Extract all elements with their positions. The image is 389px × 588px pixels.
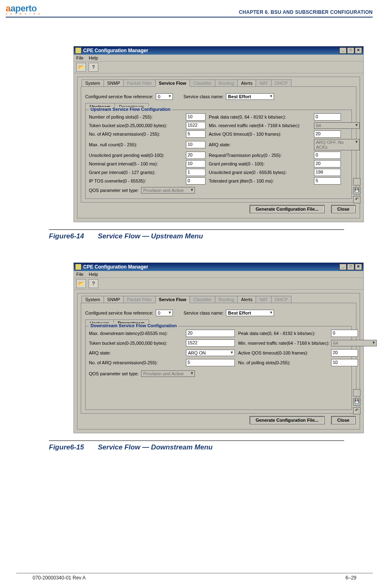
side-blank-icon[interactable] (353, 178, 360, 185)
undo-icon[interactable]: ↶ (353, 407, 360, 414)
save-icon[interactable]: 💾 (353, 398, 360, 405)
field-select[interactable]: ARQ ON (186, 350, 235, 356)
minimize-icon[interactable]: _ (339, 264, 347, 270)
tab-system[interactable]: System (82, 79, 104, 86)
main-tabs: SystemSNMPPacket FilterService FlowClass… (77, 77, 360, 86)
figure-caption-1: Figure6-14Service Flow — Upstream Menu (49, 232, 373, 240)
tab-dhcp: DHCP (271, 296, 291, 303)
tab-service-flow[interactable]: Service Flow (155, 79, 190, 87)
tab-snmp[interactable]: SNMP (104, 296, 124, 303)
field-select: ARQ OFF, No ACKs (314, 139, 360, 150)
cfg-ref-select[interactable]: 0 (156, 93, 173, 100)
field-label: Request/Trasmission policy(0 - 255): (209, 153, 311, 158)
menu-help[interactable]: Help (89, 272, 98, 277)
menu-help[interactable]: Help (89, 55, 98, 60)
maximize-icon[interactable]: □ (347, 47, 354, 54)
field-label: Token bucket size(0-25,000,000 bytes): (89, 123, 183, 128)
close-icon[interactable]: ✕ (355, 47, 362, 54)
field-input[interactable]: 0 (314, 152, 341, 159)
menu-file[interactable]: File (76, 55, 84, 60)
main-tabs: SystemSNMPPacket FilterService FlowClass… (77, 293, 360, 303)
field-input[interactable]: 10 (186, 160, 206, 167)
field-input[interactable]: 20 (314, 130, 341, 138)
maximize-icon[interactable]: □ (347, 264, 354, 270)
field-label: ARQ state: (89, 350, 183, 355)
app-icon (75, 47, 82, 54)
svc-class-select[interactable]: Best Effort (226, 310, 274, 316)
svc-class-select[interactable]: Best Effort (226, 93, 274, 100)
generate-button[interactable]: Generate Configuration File... (250, 416, 325, 424)
menubar: File Help (74, 55, 363, 62)
field-input[interactable]: 20 (186, 330, 235, 337)
generate-button[interactable]: Generate Configuration File... (250, 205, 325, 213)
save-icon[interactable]: 💾 (353, 187, 360, 194)
field-select: 64 (331, 340, 377, 346)
qos-label: QOS parameter set type: (89, 188, 139, 193)
field-label: No. of ARQ retransmission(0 - 255): (89, 132, 183, 137)
open-icon[interactable]: 📂 (76, 63, 86, 72)
caption-rule (49, 229, 344, 230)
field-input[interactable]: 10 (186, 141, 206, 148)
minimize-icon[interactable]: _ (339, 47, 347, 54)
window-upstream: CPE Configuration Manager _ □ ✕ File Hel… (73, 46, 364, 222)
close-button[interactable]: Close (331, 205, 356, 213)
tab-snmp[interactable]: SNMP (104, 79, 124, 86)
cfg-ref-select[interactable]: 0 (156, 310, 173, 316)
field-label: No. of ARQ retransmission(0-255): (89, 360, 183, 365)
groupbox-title: Upstream Service Flow Configuration (89, 107, 172, 112)
field-input[interactable]: 0 (186, 177, 206, 185)
help-icon[interactable]: ? (88, 63, 98, 72)
toolbar: 📂 ? (74, 278, 363, 290)
close-button[interactable]: Close (331, 416, 356, 424)
menu-file[interactable]: File (76, 272, 84, 277)
cfg-ref-label: Configured service flow reference: (85, 94, 153, 99)
help-icon[interactable]: ? (88, 279, 98, 288)
field-input[interactable]: 5 (186, 359, 235, 366)
field-input[interactable]: 1522 (186, 339, 235, 347)
field-label: Peak data rate(0, 64 - 8192 k bits/sec): (238, 331, 328, 336)
field-label: Max. null count(0 - 255): (89, 142, 183, 147)
field-input[interactable]: 10 (331, 359, 358, 366)
app-icon (75, 264, 82, 270)
field-grid: Max. downstream latency(0-65535 ms):20Pe… (89, 330, 348, 366)
field-input[interactable]: 5 (314, 177, 341, 185)
tab-alerts[interactable]: Alerts (237, 296, 256, 303)
svc-class-label: Service class name: (183, 311, 223, 315)
field-label: ARQ state: (209, 142, 311, 147)
qos-select: Provision and Active (141, 187, 195, 194)
field-input[interactable]: 198 (314, 169, 341, 176)
page-number: 6–29 (345, 575, 356, 581)
tab-alerts[interactable]: Alerts (237, 79, 256, 86)
side-blank-icon[interactable] (353, 389, 360, 396)
window-title: CPE Configuration Manager (83, 264, 148, 270)
field-label: Tolerated grant jitter(5 - 100 ms): (209, 178, 311, 183)
logo: aaperto n e t w o r k s (6, 3, 41, 15)
field-input[interactable]: 20 (186, 152, 206, 159)
open-icon[interactable]: 📂 (76, 279, 86, 288)
undo-icon[interactable]: ↶ (353, 196, 360, 203)
field-label: Active QOS timeout(0-100 frames): (238, 350, 328, 355)
menubar: File Help (74, 271, 363, 278)
tab-system[interactable]: System (82, 296, 104, 303)
field-input[interactable]: 10 (186, 113, 206, 121)
field-input[interactable]: 20 (331, 349, 358, 357)
field-label: Nominal grant interval(5 - 100 ms): (89, 161, 183, 166)
running-head: CHAPTER 6. BSU AND SUBSCRIBER CONFIGURAT… (239, 9, 373, 15)
tab-service-flow[interactable]: Service Flow (155, 296, 190, 303)
tab-nat: NAT (256, 79, 272, 86)
field-input[interactable]: 0 (331, 330, 358, 337)
close-icon[interactable]: ✕ (355, 264, 362, 270)
titlebar[interactable]: CPE Configuration Manager _ □ ✕ (74, 263, 363, 271)
figure-caption-2: Figure6-15Service Flow — Downstream Menu (49, 443, 373, 451)
svc-class-label: Service class name: (183, 94, 223, 99)
field-label: Active QOS timeout(0 - 100 frames): (209, 132, 311, 137)
field-input[interactable]: 0 (314, 113, 341, 121)
cfg-ref-label: Configured service flow reference: (85, 311, 153, 315)
field-input[interactable]: 1522 (186, 122, 206, 129)
tab-routing: Routing (215, 296, 238, 303)
titlebar[interactable]: CPE Configuration Manager _ □ ✕ (74, 46, 363, 55)
field-input[interactable]: 20 (314, 160, 341, 167)
field-label: Min. reserved traffic rate(64 - 7168 k b… (238, 341, 328, 346)
field-input[interactable]: 5 (186, 130, 206, 138)
field-input[interactable]: 1 (186, 169, 206, 176)
